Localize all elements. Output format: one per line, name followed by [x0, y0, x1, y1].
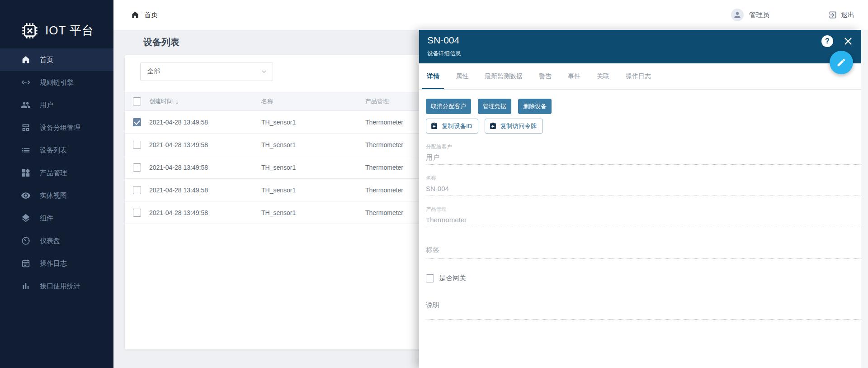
- sidebar-item-dashboards[interactable]: 仪表盘: [0, 229, 113, 252]
- close-button[interactable]: [843, 36, 854, 47]
- field-value: SN-004: [426, 184, 861, 194]
- device-detail-drawer: SN-004 设备详细信息 ? 详情 属性 最新监测数据 警告 事件 关联 操作…: [419, 30, 861, 368]
- avatar[interactable]: [731, 9, 744, 21]
- drawer-title: SN-004: [427, 35, 861, 46]
- sidebar-item-widgets[interactable]: 组件: [0, 207, 113, 229]
- tab-latest-telemetry[interactable]: 最新监测数据: [485, 63, 523, 89]
- tab-details[interactable]: 详情: [427, 63, 439, 89]
- row-checkbox[interactable]: [133, 186, 141, 194]
- sort-desc-icon[interactable]: ↓: [175, 98, 179, 105]
- field-label: 名称: [426, 175, 861, 181]
- chevron-down-icon: [261, 68, 267, 75]
- field-label: 分配给客户: [426, 143, 861, 150]
- sidebar-item-products[interactable]: 产品管理: [0, 162, 113, 184]
- logout-label: 退出: [841, 11, 854, 19]
- gateway-checkbox[interactable]: [426, 274, 434, 282]
- breadcrumb[interactable]: 首页: [131, 10, 158, 19]
- copy-buttons: 复制设备ID 复制访问令牌: [426, 119, 861, 134]
- edit-fab-button[interactable]: [830, 51, 853, 74]
- sidebar-menu: 首页 规则链引擎 用户 设备分组管理 设备列表 产品管理: [0, 48, 113, 297]
- gateway-row: 是否网关: [426, 274, 861, 282]
- sidebar-item-api-usage[interactable]: 接口使用统计: [0, 275, 113, 297]
- sidebar-item-device-list[interactable]: 设备列表: [0, 139, 113, 162]
- row-checkbox[interactable]: [133, 141, 141, 149]
- eye-icon: [21, 191, 31, 201]
- label-input[interactable]: 标签: [426, 246, 861, 259]
- rule-chain-icon: [21, 77, 31, 87]
- scrollbar-track[interactable]: [861, 30, 868, 368]
- field-product: 产品管理 Thermometer: [426, 206, 861, 227]
- help-button[interactable]: ?: [821, 35, 833, 47]
- sidebar-item-users[interactable]: 用户: [0, 94, 113, 116]
- breadcrumb-label: 首页: [144, 11, 158, 19]
- field-assigned-customer: 分配给客户 用户: [426, 143, 861, 165]
- topbar: 首页 管理员 退出: [113, 0, 868, 30]
- column-product[interactable]: 产品管理: [365, 97, 389, 105]
- delete-device-button[interactable]: 删除设备: [518, 99, 552, 114]
- tab-relations[interactable]: 关联: [597, 63, 609, 89]
- manage-credentials-button[interactable]: 管理凭据: [478, 99, 511, 114]
- user-icon: [733, 10, 742, 19]
- home-icon: [21, 55, 31, 65]
- sidebar-item-device-groups[interactable]: 设备分组管理: [0, 116, 113, 139]
- sidebar-item-audit-logs[interactable]: 操作日志: [0, 252, 113, 275]
- tab-events[interactable]: 事件: [568, 63, 580, 89]
- column-name[interactable]: 名称: [261, 97, 273, 105]
- sidebar-item-rule-chain[interactable]: 规则链引擎: [0, 71, 113, 94]
- sidebar: IOT 平台 首页 规则链引擎 用户 设备分组管理 设备列表: [0, 0, 113, 368]
- description-label: 说明: [426, 301, 861, 310]
- sidebar-item-home[interactable]: 首页: [0, 48, 113, 71]
- home-breadcrumb-icon: [131, 10, 140, 19]
- filter-selected-value: 全部: [147, 67, 160, 76]
- pencil-icon: [836, 57, 846, 67]
- bar-chart-icon: [21, 281, 31, 291]
- gauge-icon: [21, 236, 31, 246]
- clipboard-icon: [489, 122, 497, 130]
- tab-audit-log[interactable]: 操作日志: [626, 63, 651, 89]
- app-root: IOT 平台 首页 规则链引擎 用户 设备分组管理 设备列表: [0, 0, 868, 368]
- drawer-tabs: 详情 属性 最新监测数据 警告 事件 关联 操作日志: [419, 63, 861, 90]
- field-label: 产品管理: [426, 206, 861, 212]
- gateway-label: 是否网关: [439, 274, 466, 282]
- drawer-body: 取消分配客户 管理凭据 删除设备 复制设备ID 复制访问令牌 分配给客户 用户: [419, 90, 861, 368]
- row-checkbox[interactable]: [133, 163, 141, 172]
- unassign-customer-button[interactable]: 取消分配客户: [426, 99, 471, 114]
- drawer-header: SN-004 设备详细信息 ?: [419, 30, 861, 63]
- field-value: Thermometer: [426, 215, 861, 225]
- copy-device-id-button[interactable]: 复制设备ID: [426, 119, 478, 134]
- question-mark-icon: ?: [825, 37, 830, 45]
- app-logo: IOT 平台: [0, 0, 113, 48]
- close-icon: [843, 36, 854, 47]
- chip-logo-icon: [21, 21, 39, 41]
- widgets-icon: [21, 168, 31, 178]
- row-checkbox[interactable]: [133, 209, 141, 217]
- page-title: 设备列表: [143, 36, 179, 48]
- field-value: 用户: [426, 153, 861, 162]
- column-created[interactable]: 创建时间 ↓: [149, 97, 179, 105]
- app-title: IOT 平台: [45, 23, 94, 38]
- logout-icon: [828, 10, 837, 19]
- clipboard-icon: [430, 122, 438, 130]
- tab-attributes[interactable]: 属性: [456, 63, 468, 89]
- copy-access-token-button[interactable]: 复制访问令牌: [485, 119, 543, 134]
- row-checkbox[interactable]: [133, 118, 141, 126]
- select-all-checkbox[interactable]: [133, 97, 141, 105]
- sidebar-item-entity-views[interactable]: 实体视图: [0, 184, 113, 207]
- topbar-right: 管理员 退出: [731, 9, 854, 21]
- description-input[interactable]: [426, 319, 861, 320]
- log-icon: [21, 258, 31, 268]
- device-group-icon: [21, 123, 31, 133]
- logout-button[interactable]: 退出: [828, 10, 854, 19]
- drawer-subtitle: 设备详细信息: [427, 50, 861, 57]
- field-name: 名称 SN-004: [426, 175, 861, 196]
- action-buttons: 取消分配客户 管理凭据 删除设备: [426, 99, 861, 114]
- users-icon: [21, 100, 31, 110]
- device-list-icon: [21, 145, 31, 155]
- filter-select[interactable]: 全部: [140, 62, 273, 81]
- tab-alarms[interactable]: 警告: [539, 63, 552, 89]
- user-name: 管理员: [749, 11, 769, 19]
- layers-icon: [21, 213, 31, 223]
